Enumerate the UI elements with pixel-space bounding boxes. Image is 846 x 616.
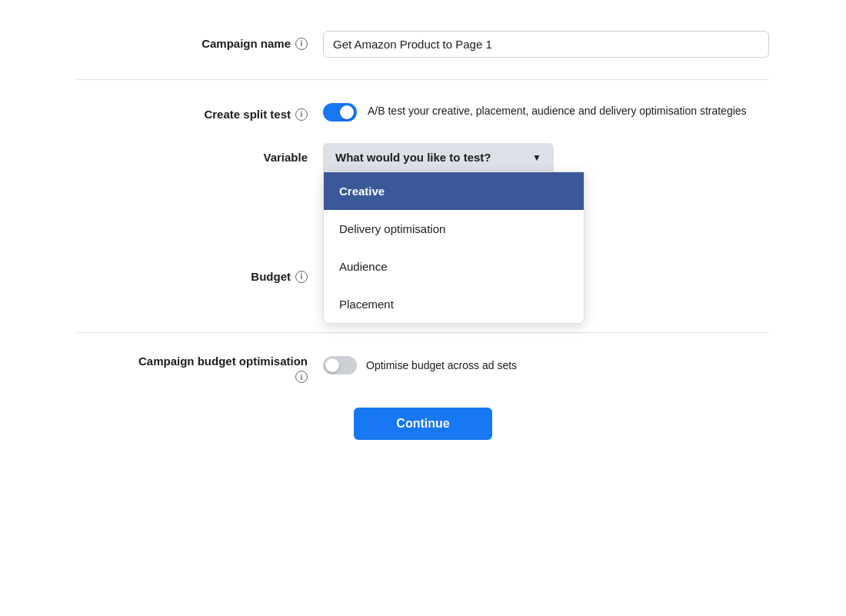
split-test-slider: [323, 103, 357, 122]
variable-dropdown-trigger[interactable]: What would you like to test? ▼: [323, 143, 554, 171]
cbo-description-text: Optimise budget across ad sets: [366, 359, 517, 371]
campaign-name-label-text: Campaign name: [202, 37, 291, 50]
dropdown-item-placement[interactable]: Placement: [324, 285, 584, 323]
divider-2: [77, 332, 769, 333]
cbo-label: Campaign budget optimisation i: [77, 355, 323, 383]
split-test-toggle[interactable]: [323, 103, 357, 122]
variable-label: Variable: [77, 143, 323, 164]
split-test-label: Create split test i: [77, 102, 323, 121]
split-test-label-text: Create split test: [204, 108, 291, 121]
split-test-info-icon[interactable]: i: [295, 108, 308, 121]
chevron-down-icon: ▼: [532, 152, 541, 163]
cbo-toggle[interactable]: [323, 356, 357, 375]
divider-1: [77, 79, 769, 80]
variable-label-text: Variable: [263, 151, 308, 164]
campaign-name-info-icon[interactable]: i: [295, 38, 308, 50]
dropdown-item-delivery[interactable]: Delivery optimisation: [324, 210, 584, 248]
dropdown-placeholder-text: What would you like to test?: [335, 151, 491, 164]
split-test-toggle-container: [323, 103, 357, 122]
campaign-name-input[interactable]: [323, 31, 769, 58]
campaign-name-row: Campaign name i: [77, 31, 769, 58]
cbo-info-icon[interactable]: i: [295, 371, 308, 383]
variable-row: Variable What would you like to test? ▼ …: [77, 143, 769, 171]
continue-btn-row: Continue: [77, 408, 769, 440]
cbo-content: Optimise budget across ad sets: [323, 355, 517, 375]
cbo-row: Campaign budget optimisation i Optimise …: [77, 355, 769, 383]
budget-label: Budget i: [77, 264, 323, 283]
budget-label-text: Budget: [251, 270, 291, 283]
split-test-description: A/B test your creative, placement, audie…: [368, 102, 747, 119]
form-container: Campaign name i Create split test i A/B …: [77, 31, 769, 440]
split-test-content: A/B test your creative, placement, audie…: [323, 102, 747, 122]
cbo-label-top: Campaign budget optimisation: [77, 355, 308, 368]
cbo-label-text: Campaign budget optimisation: [138, 355, 308, 368]
split-test-row: Create split test i A/B test your creati…: [77, 102, 769, 122]
dropdown-item-creative[interactable]: Creative: [324, 172, 584, 210]
continue-button[interactable]: Continue: [354, 408, 492, 440]
variable-dropdown-menu: Creative Delivery optimisation Audience …: [323, 171, 585, 324]
campaign-name-label: Campaign name i: [77, 31, 323, 50]
budget-info-icon[interactable]: i: [295, 271, 308, 283]
dropdown-item-audience[interactable]: Audience: [324, 248, 584, 285]
cbo-toggle-slider: [323, 356, 357, 375]
variable-dropdown-wrapper: What would you like to test? ▼ Creative …: [323, 143, 554, 171]
